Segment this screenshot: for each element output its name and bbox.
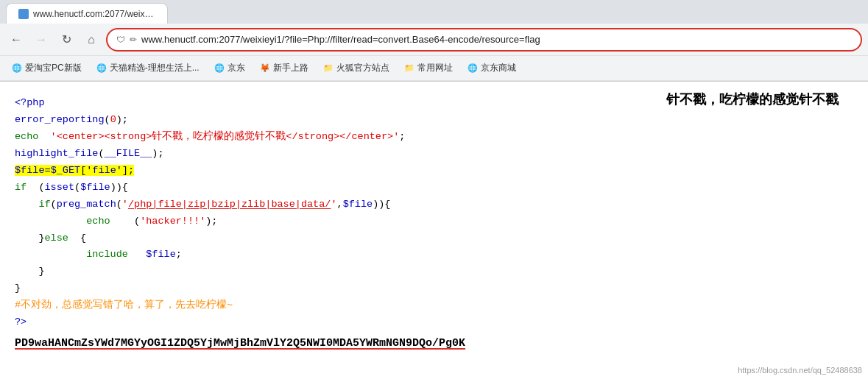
forward-button[interactable]: → — [31, 29, 52, 50]
shield-icon: 🛡 — [116, 35, 125, 45]
bookmark-label-5: 常用网址 — [417, 62, 453, 74]
tab-title: www.henuctf.com:2077/weixieyi1/?file=Php… — [33, 9, 155, 19]
bookmark-label-1: 天猫精选-理想生活上... — [110, 62, 200, 74]
code-line-13: #不对劲，总感觉写错了哈，算了，先去吃柠檬~ — [15, 297, 853, 314]
code-line-7: if(preg_match('/php|file|zip|bzip|zlib|b… — [15, 196, 853, 213]
tab-bar: www.henuctf.com:2077/weixieyi1/?file=Php… — [0, 0, 868, 24]
bookmark-icon-6: 🌐 — [467, 63, 478, 74]
home-button[interactable]: ⌂ — [81, 29, 102, 50]
bookmark-aitaobao[interactable]: 🌐 爱淘宝PC新版 — [6, 59, 88, 77]
bookmark-jingdong[interactable]: 🌐 京东 — [208, 59, 251, 77]
watermark: https://blog.csdn.net/qq_52488638 — [738, 366, 862, 375]
bookmarks-bar: 🌐 爱淘宝PC新版 🌐 天猫精选-理想生活上... 🌐 京东 🦊 新手上路 📁 … — [0, 56, 868, 81]
code-line-11: } — [15, 263, 853, 280]
reload-button[interactable]: ↻ — [56, 29, 77, 50]
bookmark-icon-5: 📁 — [404, 63, 414, 74]
code-line-9: }else { — [15, 230, 853, 247]
bookmark-label-3: 新手上路 — [273, 62, 308, 74]
base64-output: PD9waHANCmZsYWd7MGYyOGI1ZDQ5YjMwMjBhZmVl… — [15, 337, 853, 350]
bookmark-label-0: 爱淘宝PC新版 — [25, 62, 82, 74]
bookmark-icon-2: 🌐 — [214, 63, 225, 74]
bookmark-icon-3: 🦊 — [260, 63, 270, 74]
bookmark-common[interactable]: 📁 常用网址 — [398, 59, 459, 77]
browser-chrome: www.henuctf.com:2077/weixieyi1/?file=Php… — [0, 0, 868, 82]
page-content: 针不戳，吃柠檬的感觉针不戳 <?php error_reporting(0); … — [0, 82, 868, 357]
bookmark-label-4: 火狐官方站点 — [336, 62, 389, 74]
code-line-4: highlight_file(__FILE__); — [15, 146, 853, 163]
bookmark-label-2: 京东 — [227, 62, 245, 74]
bookmark-icon-1: 🌐 — [96, 63, 107, 74]
bookmark-icon-0: 🌐 — [12, 63, 22, 74]
code-line-12: } — [15, 280, 853, 297]
bookmark-icon-4: 📁 — [323, 63, 334, 74]
code-line-10: include $file; — [15, 247, 853, 263]
bookmark-firefox[interactable]: 📁 火狐官方站点 — [317, 59, 395, 77]
active-tab[interactable]: www.henuctf.com:2077/weixieyi1/?file=Php… — [6, 3, 168, 24]
toolbar: ← → ↻ ⌂ 🛡 ✏ www.henuctf.com:2077/weixiey… — [0, 24, 868, 56]
code-line-6: if (isset($file)){ — [15, 180, 853, 196]
bookmark-label-6: 京东商城 — [481, 62, 516, 74]
code-line-3: echo '<center><strong>针不戳，吃柠檬的感觉针不戳</str… — [15, 129, 853, 146]
code-line-14: ?> — [15, 314, 853, 331]
page-title: 针不戳，吃柠檬的感觉针不戳 — [666, 91, 839, 108]
url-text: www.henuctf.com:2077/weixieyi1/?file=Php… — [141, 34, 852, 45]
tab-favicon — [18, 9, 29, 19]
address-bar[interactable]: 🛡 ✏ www.henuctf.com:2077/weixieyi1/?file… — [106, 28, 862, 52]
bookmark-newcomer[interactable]: 🦊 新手上路 — [254, 59, 314, 77]
bookmark-jd-mall[interactable]: 🌐 京东商城 — [462, 59, 522, 77]
code-line-8: echo ('hacker!!!'); — [15, 213, 853, 230]
back-button[interactable]: ← — [6, 29, 27, 50]
code-block: <?php error_reporting(0); echo '<center>… — [15, 95, 853, 331]
edit-icon: ✏ — [130, 35, 137, 45]
code-line-5: $file=$_GET['file']; — [15, 163, 853, 180]
code-line-2: error_reporting(0); — [15, 112, 853, 129]
bookmark-tianmao[interactable]: 🌐 天猫精选-理想生活上... — [91, 59, 205, 77]
